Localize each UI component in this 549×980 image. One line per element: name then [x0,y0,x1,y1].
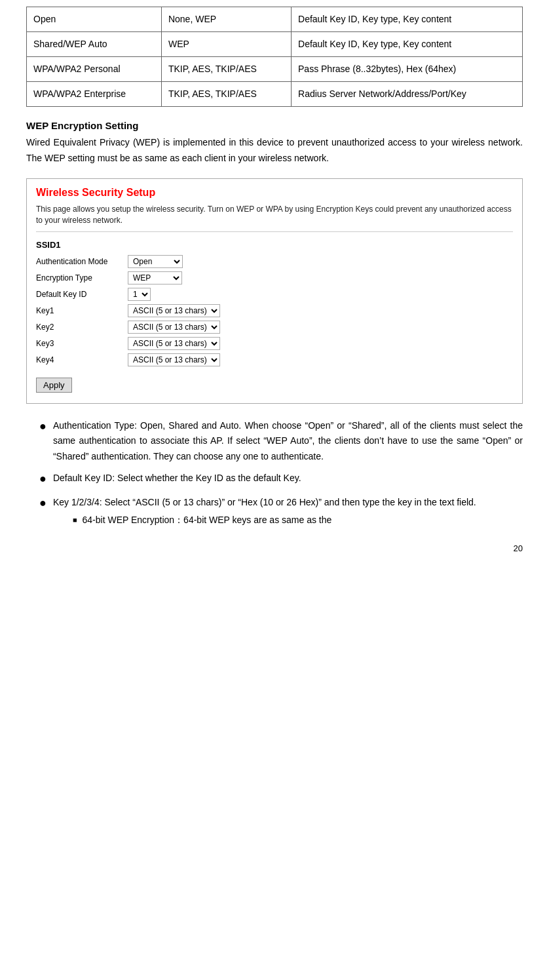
wss-form-row: Key2ASCII (5 or 13 chars)Hex (10 or 26 H… [36,321,513,334]
wss-field-label: Default Key ID [36,290,128,299]
wss-field-select-key3[interactable]: ASCII (5 or 13 chars)Hex (10 or 26 Hex) [128,337,220,350]
table-cell: TKIP, AES, TKIP/AES [161,57,291,82]
bullet-text: Default Key ID: Select whether the Key I… [53,471,523,486]
wss-form-row: Authentication ModeOpenSharedWEP Auto [36,255,513,268]
bullet-item: ●Default Key ID: Select whether the Key … [39,471,523,489]
bullet-item: ●Authentication Type: Open, Shared and A… [39,418,523,463]
wss-form-row: Default Key ID1234 [36,288,513,301]
wss-description: This page allows you setup the wireless … [36,204,513,233]
security-modes-table: OpenNone, WEPDefault Key ID, Key type, K… [26,7,523,107]
bullet-dot: ● [39,417,47,437]
wss-field-select-default-key-id[interactable]: 1234 [128,288,151,301]
wss-box: Wireless Security Setup This page allows… [26,178,523,404]
sub-bullet-text: 64-bit WEP Encryption：64-bit WEP keys ar… [83,513,332,527]
wep-section: WEP Encryption Setting Wired Equivalent … [26,120,523,167]
apply-button[interactable]: Apply [36,378,72,393]
wss-field-select-encryption-type[interactable]: WEPNoneTKIPAESTKIP/AES [128,271,182,284]
page-number: 20 [26,543,523,553]
wss-ssid: SSID1 [36,240,513,250]
bullet-dot: ● [39,494,47,513]
wss-field-label: Key3 [36,339,128,348]
table-cell: None, WEP [161,7,291,32]
table-cell: Open [27,7,162,32]
table-cell: WPA/WPA2 Personal [27,57,162,82]
table-cell: WEP [161,32,291,57]
wss-field-label: Encryption Type [36,273,128,283]
wep-body: Wired Equivalent Privacy (WEP) is implem… [26,135,523,167]
wss-field-label: Authentication Mode [36,257,128,266]
bullet-item: ●Key 1/2/3/4: Select “ASCII (5 or 13 cha… [39,495,523,530]
sub-bullet-square: ■ [73,515,77,526]
wss-field-label: Key2 [36,323,128,332]
wss-field-label: Key1 [36,306,128,315]
table-cell: Default Key ID, Key type, Key content [292,32,523,57]
wep-heading: WEP Encryption Setting [26,120,523,131]
wss-form: Authentication ModeOpenSharedWEP AutoEnc… [36,255,513,366]
bullet-text: Authentication Type: Open, Shared and Au… [53,418,523,463]
sub-bullet-item: ■64-bit WEP Encryption：64-bit WEP keys a… [73,513,523,527]
wss-field-select-authentication-mode[interactable]: OpenSharedWEP Auto [128,255,183,268]
bullet-list: ●Authentication Type: Open, Shared and A… [39,418,523,530]
table-cell: TKIP, AES, TKIP/AES [161,82,291,107]
table-cell: Pass Phrase (8..32bytes), Hex (64hex) [292,57,523,82]
wss-form-row: Key4ASCII (5 or 13 chars)Hex (10 or 26 H… [36,353,513,366]
bullet-dot: ● [39,469,47,489]
table-cell: Shared/WEP Auto [27,32,162,57]
wss-field-select-key4[interactable]: ASCII (5 or 13 chars)Hex (10 or 26 Hex) [128,353,220,366]
table-cell: Default Key ID, Key type, Key content [292,7,523,32]
wss-field-select-key2[interactable]: ASCII (5 or 13 chars)Hex (10 or 26 Hex) [128,321,220,334]
table-cell: Radius Server Network/Address/Port/Key [292,82,523,107]
wss-form-row: Key1ASCII (5 or 13 chars)Hex (10 or 26 H… [36,304,513,317]
wss-title: Wireless Security Setup [36,187,513,199]
sub-bullet-list: ■64-bit WEP Encryption：64-bit WEP keys a… [73,513,523,527]
bullet-text: Key 1/2/3/4: Select “ASCII (5 or 13 char… [53,495,523,530]
table-cell: WPA/WPA2 Enterprise [27,82,162,107]
wss-form-row: Encryption TypeWEPNoneTKIPAESTKIP/AES [36,271,513,284]
wss-form-row: Key3ASCII (5 or 13 chars)Hex (10 or 26 H… [36,337,513,350]
wss-field-select-key1[interactable]: ASCII (5 or 13 chars)Hex (10 or 26 Hex) [128,304,220,317]
wss-field-label: Key4 [36,355,128,364]
